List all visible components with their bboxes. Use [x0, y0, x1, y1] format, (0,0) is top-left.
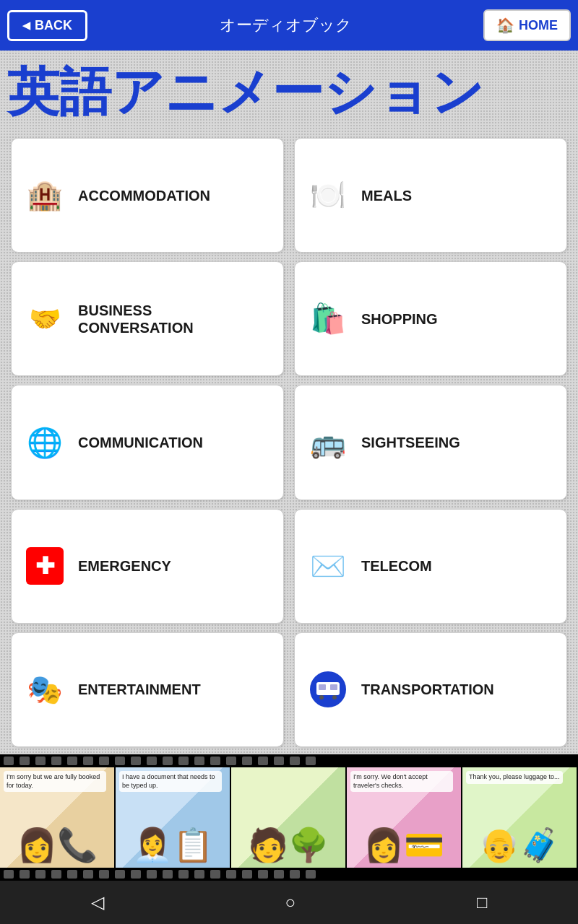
film-hole: [194, 870, 204, 879]
film-hole: [115, 870, 125, 879]
transportation-button[interactable]: TRANSPORTATION: [294, 632, 567, 747]
communication-icon: 🌐: [22, 419, 68, 466]
communication-label: COMMUNICATION: [78, 434, 203, 451]
film-hole: [20, 870, 30, 879]
scene-1-text: I'm sorry but we are fully booked for to…: [4, 771, 106, 792]
nav-recents-button[interactable]: □: [470, 885, 495, 920]
film-hole: [242, 870, 252, 879]
bottom-navigation: ◁ ○ □: [0, 881, 578, 924]
film-hole: [194, 757, 204, 765]
shopping-icon: 🛍️: [305, 296, 351, 342]
film-hole: [35, 870, 46, 879]
film-hole: [147, 757, 157, 765]
scene-5-text: Thank you, please luggage to...: [466, 771, 563, 784]
telecom-button[interactable]: ✉️ TELECOM: [294, 509, 567, 624]
filmstrip: I'm sorry but we are fully booked for to…: [0, 754, 578, 881]
telecom-icon: ✉️: [305, 543, 351, 589]
film-hole: [258, 757, 268, 765]
meals-label: MEALS: [361, 187, 412, 204]
film-hole: [242, 757, 252, 765]
scene-4-text: I'm sorry. We don't accept traveler's ch…: [350, 771, 453, 792]
emergency-label: EMERGENCY: [78, 557, 171, 575]
sightseeing-button[interactable]: 🚌 SIGHTSEEING: [294, 385, 567, 500]
film-hole: [290, 870, 300, 879]
business-conversation-button[interactable]: 🤝 BUSINESS CONVERSATION: [11, 261, 284, 376]
film-hole: [306, 870, 316, 879]
film-hole: [115, 757, 125, 765]
film-hole: [178, 870, 189, 879]
scene-2-text: I have a document that needs to be typed…: [119, 771, 222, 792]
film-hole: [306, 757, 316, 765]
film-hole: [51, 870, 61, 879]
page-title: 英語アニメーション: [0, 51, 578, 131]
film-scene-5: Thank you, please luggage to... 👴🧳: [462, 767, 578, 868]
film-hole: [147, 870, 157, 879]
telecom-label: TELECOM: [361, 557, 432, 575]
film-hole: [178, 757, 189, 765]
film-hole: [4, 757, 14, 765]
svg-point-4: [319, 695, 324, 699]
film-hole: [226, 757, 236, 765]
film-hole: [4, 870, 14, 879]
main-grid: 🏨 ACCOMMODATION 🍽️ MEALS 🤝 BUSINESS CONV…: [0, 131, 578, 754]
business-conversation-icon: 🤝: [22, 296, 68, 342]
film-hole: [83, 757, 93, 765]
sightseeing-label: SIGHTSEEING: [361, 434, 460, 451]
film-hole: [67, 757, 77, 765]
film-hole: [99, 757, 109, 765]
film-hole: [131, 870, 141, 879]
accommodation-label: ACCOMMODATION: [78, 187, 210, 204]
film-hole: [258, 870, 268, 879]
film-scene-1: I'm sorry but we are fully booked for to…: [0, 767, 116, 868]
grid-row-3: 🌐 COMMUNICATION 🚌 SIGHTSEEING: [11, 385, 567, 500]
filmstrip-holes-bottom: [0, 868, 578, 881]
film-hole: [51, 757, 61, 765]
film-hole: [274, 870, 284, 879]
film-hole: [226, 870, 236, 879]
film-hole: [20, 757, 30, 765]
grid-row-4: ✚ EMERGENCY ✉️ TELECOM: [11, 509, 567, 624]
film-hole: [83, 870, 93, 879]
emergency-button[interactable]: ✚ EMERGENCY: [11, 509, 284, 624]
film-hole: [131, 757, 141, 765]
communication-button[interactable]: 🌐 COMMUNICATION: [11, 385, 284, 500]
home-label: HOME: [519, 18, 558, 33]
top-title: オーディオブック: [220, 14, 352, 36]
shopping-label: SHOPPING: [361, 310, 438, 328]
top-bar: BACK オーディオブック 🏠 HOME: [0, 0, 578, 51]
back-button[interactable]: BACK: [7, 10, 87, 41]
svg-point-5: [332, 695, 337, 699]
meals-icon: 🍽️: [305, 173, 351, 219]
accommodation-icon: 🏨: [22, 173, 68, 219]
film-hole: [210, 757, 220, 765]
business-conversation-label: BUSINESS CONVERSATION: [78, 302, 194, 336]
film-hole: [99, 870, 109, 879]
meals-button[interactable]: 🍽️ MEALS: [294, 138, 567, 253]
nav-back-button[interactable]: ◁: [84, 885, 111, 920]
svg-rect-2: [319, 684, 326, 690]
home-button[interactable]: 🏠 HOME: [483, 9, 571, 41]
entertainment-button[interactable]: 🎭 ENTERTAINMENT: [11, 632, 284, 747]
film-scene-4: I'm sorry. We don't accept traveler's ch…: [347, 767, 462, 868]
home-icon: 🏠: [496, 17, 514, 34]
transportation-icon: [305, 666, 351, 712]
grid-row-2: 🤝 BUSINESS CONVERSATION 🛍️ SHOPPING: [11, 261, 567, 376]
svg-rect-3: [330, 684, 337, 690]
film-hole: [274, 757, 284, 765]
shopping-button[interactable]: 🛍️ SHOPPING: [294, 261, 567, 376]
nav-home-button[interactable]: ○: [278, 885, 303, 920]
transportation-label: TRANSPORTATION: [361, 681, 494, 698]
film-hole: [210, 870, 220, 879]
film-scene-2: I have a document that needs to be typed…: [116, 767, 231, 868]
film-hole: [163, 870, 173, 879]
film-hole: [290, 757, 300, 765]
film-scene-3: 🧑🌳: [231, 767, 347, 868]
filmstrip-holes-top: [0, 754, 578, 767]
filmstrip-images: I'm sorry but we are fully booked for to…: [0, 767, 578, 868]
entertainment-icon: 🎭: [22, 666, 68, 712]
film-hole: [35, 757, 46, 765]
grid-row-5: 🎭 ENTERTAINMENT TRANSPORTATION: [11, 632, 567, 747]
entertainment-label: ENTERTAINMENT: [78, 681, 201, 698]
accommodation-button[interactable]: 🏨 ACCOMMODATION: [11, 138, 284, 253]
emergency-icon: ✚: [22, 543, 68, 589]
